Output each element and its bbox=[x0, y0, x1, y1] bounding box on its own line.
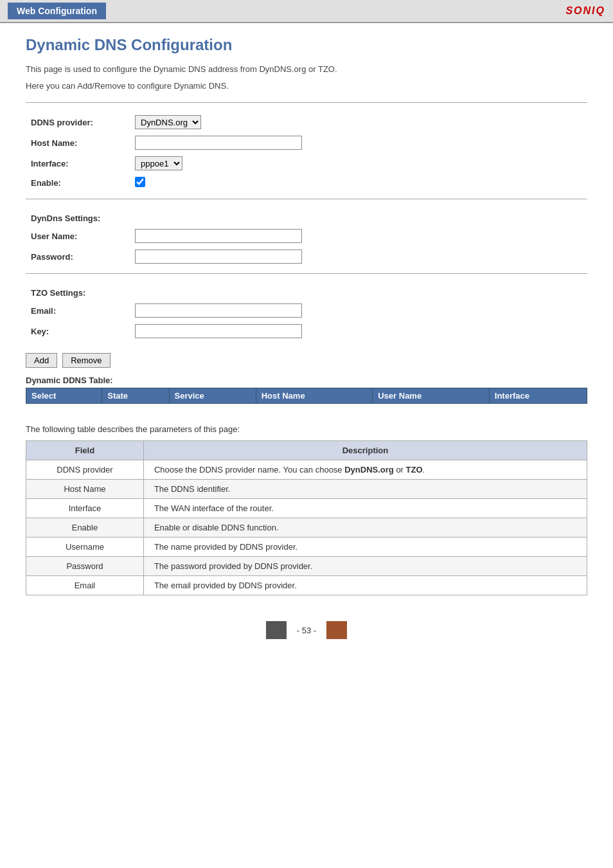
desc-field-cell: Enable bbox=[26, 518, 144, 538]
user-name-input[interactable] bbox=[135, 229, 302, 243]
desc-header-row: Field Description bbox=[26, 441, 587, 460]
desc-description-cell: Enable or disable DDNS function. bbox=[143, 518, 587, 538]
desc-field-cell: Host Name bbox=[26, 480, 144, 499]
user-name-input-cell bbox=[129, 226, 587, 246]
ddns-provider-label: DDNS provider: bbox=[26, 112, 129, 132]
email-input-cell bbox=[129, 300, 587, 321]
desc-row: Host NameThe DDNS identifier. bbox=[26, 480, 587, 499]
enable-checkbox[interactable] bbox=[135, 177, 145, 187]
desc-description-cell: The password provided by DDNS provider. bbox=[143, 557, 587, 576]
ddns-provider-row: DDNS provider: DynDNS.org TZO bbox=[26, 112, 587, 132]
remove-button[interactable]: Remove bbox=[62, 353, 110, 368]
desc-row: EnableEnable or disable DDNS function. bbox=[26, 518, 587, 538]
password-label: Password: bbox=[26, 246, 129, 267]
col-service: Service bbox=[169, 388, 256, 404]
email-row: Email: bbox=[26, 300, 587, 321]
password-row: Password: bbox=[26, 246, 587, 267]
description-table: Field Description DDNS providerChoose th… bbox=[26, 440, 587, 595]
desc-row: EmailThe email provided by DDNS provider… bbox=[26, 576, 587, 595]
col-host-name: Host Name bbox=[256, 388, 373, 404]
ddns-table: Select State Service Host Name User Name… bbox=[26, 388, 587, 404]
ddns-table-header-row: Select State Service Host Name User Name… bbox=[26, 388, 587, 404]
key-label: Key: bbox=[26, 321, 129, 341]
ddns-provider-input-cell: DynDNS.org TZO bbox=[129, 112, 587, 132]
tzo-settings-table: Email: Key: bbox=[26, 300, 587, 341]
user-name-row: User Name: bbox=[26, 226, 587, 246]
dyndns-settings-label: DynDns Settings: bbox=[26, 208, 587, 226]
key-input-cell bbox=[129, 321, 587, 341]
desc-description-cell: The WAN interface of the router. bbox=[143, 499, 587, 518]
password-input[interactable] bbox=[135, 249, 302, 264]
desc-field-cell: Interface bbox=[26, 499, 144, 518]
add-button[interactable]: Add bbox=[26, 353, 57, 368]
description-section: The following table describes the parame… bbox=[26, 424, 587, 608]
interface-row: Interface: pppoe1 bbox=[26, 153, 587, 174]
col-user-name: User Name bbox=[373, 388, 490, 404]
desc-description-cell: Choose the DDNS provider name. You can c… bbox=[143, 460, 587, 480]
ddns-table-label: Dynamic DDNS Table: bbox=[26, 375, 587, 385]
main-content: Dynamic DNS Configuration This page is u… bbox=[0, 23, 613, 658]
col-state: State bbox=[102, 388, 169, 404]
desc-field-cell: Password bbox=[26, 557, 144, 576]
form-table: DDNS provider: DynDNS.org TZO Host Name:… bbox=[26, 112, 587, 192]
host-name-row: Host Name: bbox=[26, 132, 587, 153]
dyndns-settings-table: User Name: Password: bbox=[26, 226, 587, 267]
desc-description-cell: The name provided by DDNS provider. bbox=[143, 538, 587, 557]
ddns-provider-select[interactable]: DynDNS.org TZO bbox=[135, 115, 201, 129]
page-footer: - 53 - bbox=[26, 621, 587, 639]
divider-top bbox=[26, 102, 587, 103]
footer-square-left bbox=[266, 621, 287, 639]
password-input-cell bbox=[129, 246, 587, 267]
desc-row: InterfaceThe WAN interface of the router… bbox=[26, 499, 587, 518]
host-name-input[interactable] bbox=[135, 136, 302, 150]
interface-input-cell: pppoe1 bbox=[129, 153, 587, 174]
enable-input-cell bbox=[129, 174, 587, 192]
button-row: Add Remove bbox=[26, 353, 587, 368]
desc-field-cell: Email bbox=[26, 576, 144, 595]
enable-row: Enable: bbox=[26, 174, 587, 192]
interface-select[interactable]: pppoe1 bbox=[135, 156, 182, 170]
divider-dyndns bbox=[26, 199, 587, 199]
host-name-input-cell bbox=[129, 132, 587, 153]
key-row: Key: bbox=[26, 321, 587, 341]
col-select: Select bbox=[26, 388, 102, 404]
email-input[interactable] bbox=[135, 303, 302, 318]
brand-logo: SONIQ bbox=[565, 5, 605, 17]
desc-col-field: Field bbox=[26, 441, 144, 460]
desc-field-cell: Username bbox=[26, 538, 144, 557]
page-heading: Dynamic DNS Configuration bbox=[26, 36, 587, 54]
tzo-settings-label: TZO Settings: bbox=[26, 283, 587, 300]
interface-label: Interface: bbox=[26, 153, 129, 174]
footer-square-right bbox=[326, 621, 347, 639]
desc-field-cell: DDNS provider bbox=[26, 460, 144, 480]
enable-label: Enable: bbox=[26, 174, 129, 192]
page-description-line1: This page is used to configure the Dynam… bbox=[26, 63, 587, 76]
top-bar: Web Configuration SONIQ bbox=[0, 0, 613, 23]
page-number: - 53 - bbox=[297, 626, 316, 635]
desc-col-description: Description bbox=[143, 441, 587, 460]
desc-description-cell: The email provided by DDNS provider. bbox=[143, 576, 587, 595]
desc-description-cell: The DDNS identifier. bbox=[143, 480, 587, 499]
divider-tzo bbox=[26, 273, 587, 274]
desc-row: PasswordThe password provided by DDNS pr… bbox=[26, 557, 587, 576]
key-input[interactable] bbox=[135, 324, 302, 338]
desc-row: DDNS providerChoose the DDNS provider na… bbox=[26, 460, 587, 480]
col-interface: Interface bbox=[489, 388, 587, 404]
desc-intro: The following table describes the parame… bbox=[26, 424, 587, 434]
host-name-label: Host Name: bbox=[26, 132, 129, 153]
email-label: Email: bbox=[26, 300, 129, 321]
user-name-label: User Name: bbox=[26, 226, 129, 246]
page-description-line2: Here you can Add/Remove to configure Dyn… bbox=[26, 80, 587, 93]
desc-row: UsernameThe name provided by DDNS provid… bbox=[26, 538, 587, 557]
web-configuration-title: Web Configuration bbox=[8, 3, 106, 19]
